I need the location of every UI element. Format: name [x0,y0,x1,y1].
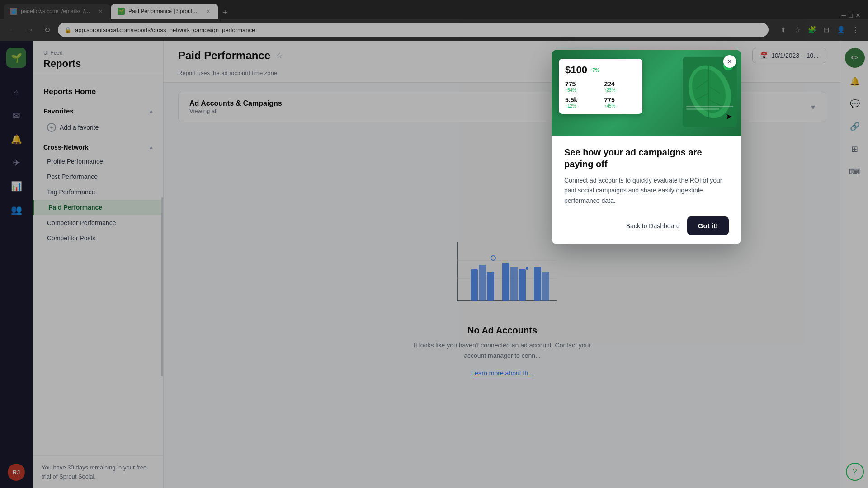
stat-val-1: 775 [565,80,597,88]
stat-change-3: ↑12% [565,103,597,108]
stat-val-4: 775 [604,96,637,103]
stat-big-value: $100 [565,64,587,76]
stat-big-row: $100 ↑7% [565,64,636,76]
modal-overlay: ✕ $100 ↑7% 775 ↑54% 224 ↑23% [0,0,868,488]
modal-actions: Back to Dashboard Got it! [564,216,729,235]
modal-dialog: ✕ $100 ↑7% 775 ↑54% 224 ↑23% [552,50,741,244]
stat-val-2: 224 [604,80,637,88]
back-to-dashboard-link[interactable]: Back to Dashboard [626,222,680,230]
modal-description: Connect ad accounts to quickly evaluate … [564,175,729,206]
stat-big-change: ↑7% [590,67,599,73]
stat-change-4: ↑45% [604,103,637,108]
stat-5k: 5.5k ↑12% [565,96,597,108]
stat-775: 775 ↑54% [565,80,597,93]
stat-775b: 775 ↑45% [604,96,637,108]
modal-title: See how your ad campaigns are paying off [564,146,729,170]
stats-card: $100 ↑7% 775 ↑54% 224 ↑23% 5.5k ↑12% [559,59,642,114]
modal-image: ✕ $100 ↑7% 775 ↑54% 224 ↑23% [552,50,741,136]
stats-grid: 775 ↑54% 224 ↑23% 5.5k ↑12% 775 ↑45% [565,80,636,108]
leaf-card-lines [686,106,733,110]
modal-close-button[interactable]: ✕ [723,55,736,68]
stat-change-1: ↑54% [565,88,597,93]
stat-val-3: 5.5k [565,96,597,103]
stat-224: 224 ↑23% [604,80,637,93]
cursor-icon: ➤ [726,112,732,122]
got-it-button[interactable]: Got it! [687,216,729,235]
stat-change-2: ↑23% [604,88,637,93]
modal-body: See how your ad campaigns are paying off… [552,136,741,244]
